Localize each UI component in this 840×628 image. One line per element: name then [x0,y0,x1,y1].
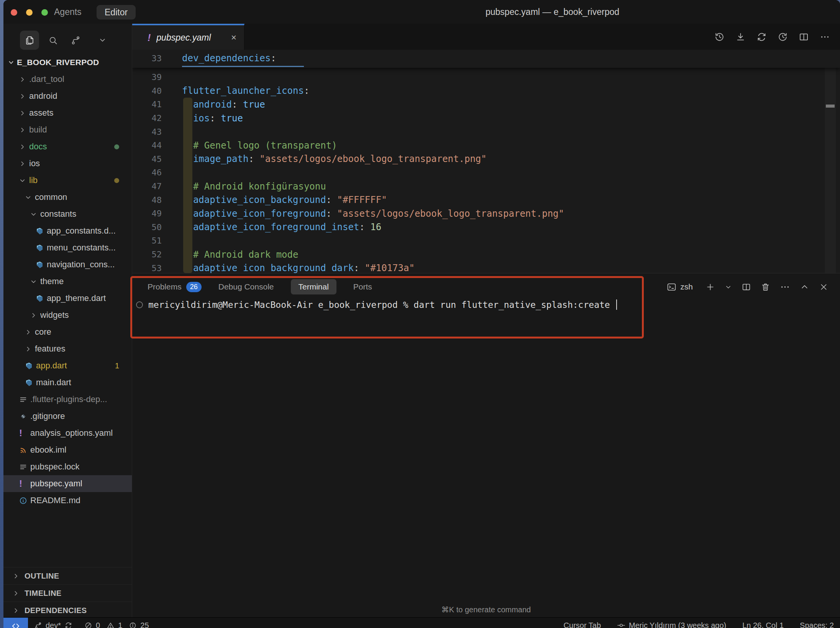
errors-icon [84,621,92,628]
yaml-warning-icon: ! [148,32,151,43]
terminal-instance[interactable]: zsh [667,282,693,292]
tree-item-navigation-cons[interactable]: navigation_cons... [3,256,132,273]
commit-icon [617,621,625,628]
code-line-41[interactable]: 41 android: true [132,98,825,111]
status-cursor-tab[interactable]: Cursor Tab [564,621,601,628]
tree-item-assets[interactable]: assets [3,105,132,121]
tab-pubspec-yaml[interactable]: ! pubspec.yaml × [132,24,244,50]
status-spaces-2[interactable]: Spaces: 2 [800,621,834,628]
more-icon[interactable] [780,282,790,292]
code-line-50[interactable]: 50 adaptive_icon_foreground_inset: 16 [132,221,825,234]
restore-icon[interactable] [778,32,788,42]
tree-item-pubspec-lock[interactable]: pubspec.lock [3,458,132,475]
remote-icon [11,621,21,628]
tree-item-menu-constants[interactable]: menu_constants... [3,239,132,256]
tree-item-features[interactable]: features [3,340,132,357]
code-line-51[interactable]: 51 [132,234,825,248]
problems-indicator[interactable]: 0 1 25 [84,621,149,628]
section-timeline[interactable]: TIMELINE [3,584,132,602]
tree-item-android[interactable]: android [3,88,132,105]
line-number: 50 [132,222,162,232]
code-line-46[interactable]: 46 [132,166,825,180]
refresh-icon[interactable] [756,32,767,42]
code-line-33[interactable]: 33dev_dependencies: [132,50,840,67]
scrollbar-thumb[interactable] [826,105,835,108]
tree-item-label: lib [29,175,38,185]
section-dependencies[interactable]: DEPENDENCIES [3,602,132,619]
line-number: 48 [132,195,162,205]
scrollbar-track[interactable] [824,50,836,273]
code-line-48[interactable]: 48 adaptive_icon_background: "#FFFFFF" [132,193,825,207]
tree-item-docs[interactable]: docs [3,138,132,155]
status-meric-y-ld-r-m-3-weeks-ago[interactable]: Meric Yıldırım (3 weeks ago) [617,621,726,628]
tree-item-constants[interactable]: constants [3,206,132,222]
code-line-42[interactable]: 42 ios: true [132,111,825,125]
chevron-down-icon[interactable] [725,283,732,291]
line-text: android: true [162,99,265,110]
branch-indicator[interactable]: dev* [34,621,61,628]
code-line-44[interactable]: 44 # Genel logo (transparent) [132,139,825,152]
tree-item-ios[interactable]: ios [3,155,132,172]
files-icon[interactable] [20,31,39,50]
close-icon[interactable] [819,282,829,292]
tree-item-ebook-iml[interactable]: ebook.iml [3,442,132,458]
code-line-40[interactable]: 40flutter_launcher_icons: [132,84,825,98]
panel-tab-terminal[interactable]: Terminal [291,279,336,294]
tree-item-app-dart[interactable]: app.dart1 [3,357,132,374]
code-line-47[interactable]: 47 # Android konfigürasyonu [132,180,825,193]
close-window-button[interactable] [11,9,17,16]
more-icon[interactable] [820,32,830,42]
editor-tab[interactable]: Editor [97,5,136,20]
code-line-43[interactable]: 43 [132,125,825,139]
tree-item-readme-md[interactable]: README.md [3,492,132,509]
tree-item-app-theme-dart[interactable]: app_theme.dart [3,290,132,307]
panel-tab-debug-console[interactable]: Debug Console [218,282,274,291]
chevron-up-icon[interactable] [800,282,809,292]
tree-item-gitignore[interactable]: .gitignore [3,408,132,425]
split-panel-icon[interactable] [742,282,751,292]
status-ln-26-col-1[interactable]: Ln 26, Col 1 [742,621,784,628]
zoom-window-button[interactable] [41,9,48,16]
tree-item-widgets[interactable]: widgets [3,307,132,324]
close-tab-icon[interactable]: × [231,33,236,42]
tree-root-e-book-riverpod[interactable]: E_BOOK_RIVERPOD [3,54,132,71]
infos-count: 25 [140,621,149,628]
tree-item-build[interactable]: build [3,121,132,138]
agents-tab[interactable]: Agents [54,0,82,24]
tree-item-lib[interactable]: lib [3,172,132,189]
tree-item-analysis-options-yaml[interactable]: !analysis_options.yaml [3,425,132,442]
tree-item-label: ebook.iml [30,445,66,455]
code-line-52[interactable]: 52 # Android dark mode [132,248,825,262]
code-line-39[interactable]: 39 [132,70,825,84]
code-line-45[interactable]: 45 image_path: "assets/logos/ebook_logo_… [132,152,825,166]
remote-indicator[interactable] [3,618,28,628]
panel-tab-problems[interactable]: Problems26 [148,282,202,292]
trash-icon[interactable] [761,282,770,292]
tree-item-core[interactable]: core [3,324,132,340]
yamlwarn-file-icon: ! [19,428,30,438]
info-underline [182,66,304,67]
tree-item-app-constants-d[interactable]: app_constants.d... [3,222,132,239]
code-line-53[interactable]: 53 adaptive_icon_background_dark: "#1017… [132,261,825,273]
sync-button[interactable] [64,621,72,628]
tree-item-main-dart[interactable]: main.dart [3,374,132,391]
chevron-right-icon [13,590,25,597]
tree-item-theme[interactable]: theme [3,273,132,290]
code-editor[interactable]: 33dev_dependencies: 3940flutter_launcher… [132,50,840,273]
download-icon[interactable] [735,32,746,42]
source-control-icon[interactable] [71,35,81,46]
terminal-command-line[interactable]: mericyildirim@Meric-MacBook-Air e_book_r… [136,299,617,310]
code-line-49[interactable]: 49 adaptive_icon_foreground: "assets/log… [132,207,825,221]
tree-item-flutter-plugins-dep[interactable]: .flutter-plugins-dep... [3,391,132,408]
plus-icon[interactable] [705,282,715,292]
search-icon[interactable] [48,35,58,46]
tree-item-common[interactable]: common [3,189,132,206]
chevron-down-icon[interactable] [98,35,107,45]
history-icon[interactable] [714,32,725,42]
tree-item-dart-tool[interactable]: .dart_tool [3,71,132,88]
panel-tab-ports[interactable]: Ports [353,282,372,291]
tree-item-pubspec-yaml[interactable]: !pubspec.yaml [3,475,132,492]
split-editor-icon[interactable] [799,32,809,42]
section-outline[interactable]: OUTLINE [3,567,132,584]
minimize-window-button[interactable] [26,9,33,16]
